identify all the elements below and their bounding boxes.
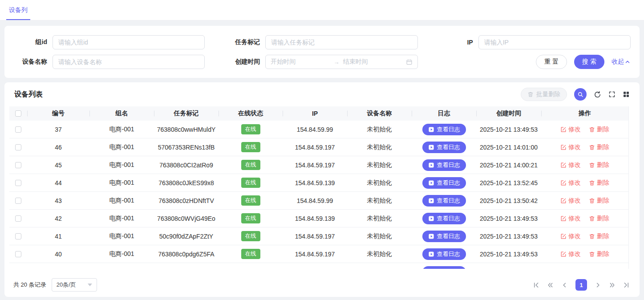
tab-device-list[interactable]: 设备列 xyxy=(6,0,30,20)
row-checkbox[interactable] xyxy=(15,144,21,150)
view-log-button[interactable]: 查看日志 xyxy=(422,195,466,207)
edit-link[interactable]: 修改 xyxy=(560,143,581,151)
row-checkbox[interactable] xyxy=(15,215,21,222)
delete-link[interactable]: 删除 xyxy=(589,232,609,240)
view-log-button[interactable]: 查看日志 xyxy=(422,248,466,260)
cell-group: 电商-001 xyxy=(89,174,154,191)
group-id-field: 组id xyxy=(13,35,205,49)
cell-device-name: 未初始化 xyxy=(347,138,412,156)
page-size-select[interactable]: 20条/页 xyxy=(52,278,97,292)
trash-icon xyxy=(589,180,595,186)
next-page-button[interactable] xyxy=(595,282,601,288)
edit-link[interactable]: 修改 xyxy=(560,126,581,134)
trash-icon xyxy=(589,251,595,257)
jump-forward-button[interactable] xyxy=(609,282,616,288)
chevron-left-icon xyxy=(561,282,568,288)
batch-delete-label: 批量删除 xyxy=(536,90,560,98)
edit-label: 修改 xyxy=(568,215,581,223)
view-log-button[interactable]: 查看日志 xyxy=(422,213,466,224)
delete-link[interactable]: 删除 xyxy=(589,143,609,151)
cell-ip: 154.84.59.197 xyxy=(283,138,347,156)
view-log-label: 查看日志 xyxy=(437,161,460,169)
edit-link[interactable]: 修改 xyxy=(560,250,581,258)
device-name-field: 设备名称 xyxy=(13,55,205,69)
edit-icon xyxy=(560,162,567,168)
date-range-picker[interactable]: 开始时间 → 结束时间 xyxy=(265,55,417,69)
edit-link[interactable]: 修改 xyxy=(560,197,581,205)
row-checkbox[interactable] xyxy=(15,233,21,239)
trash-icon xyxy=(589,198,595,204)
last-page-button[interactable] xyxy=(623,282,630,288)
cell-task-tag: 763808c0CI2atRo9 xyxy=(154,156,219,174)
row-checkbox[interactable] xyxy=(15,180,21,186)
search-toggle-button[interactable] xyxy=(574,88,587,101)
create-time-label: 创建时间 xyxy=(226,58,265,66)
online-status-badge: 在线 xyxy=(241,178,260,188)
group-id-input[interactable] xyxy=(53,35,205,49)
cell-device-name: 未初始化 xyxy=(347,174,412,191)
online-status-badge: 在线 xyxy=(241,142,260,152)
device-table: 编号 组名 任务标记 在线状态 IP 设备名称 日志 创建时间 操作 37 电商… xyxy=(9,106,629,263)
edit-label: 修改 xyxy=(568,126,581,134)
trash-icon xyxy=(589,162,595,168)
view-log-button[interactable]: 查看日志 xyxy=(422,231,466,242)
select-all-checkbox[interactable] xyxy=(15,110,21,117)
log-icon xyxy=(428,251,434,257)
collapse-link[interactable]: 收起 xyxy=(612,58,631,66)
edit-link[interactable]: 修改 xyxy=(560,215,581,223)
view-log-button[interactable]: 查看日志 xyxy=(422,177,466,189)
prev-page-button[interactable] xyxy=(561,282,568,288)
delete-link[interactable]: 删除 xyxy=(589,197,609,205)
view-log-label: 查看日志 xyxy=(437,179,460,187)
reset-button[interactable]: 重 置 xyxy=(536,55,567,69)
task-tag-label: 任务标记 xyxy=(226,38,265,46)
delete-link[interactable]: 删除 xyxy=(589,161,609,169)
table-row: 45 电商-001 763808c0CI2atRo9 在线 154.84.59.… xyxy=(9,156,628,174)
delete-link[interactable]: 删除 xyxy=(589,215,609,223)
table-body: 37 电商-001 763808c0wwHMuldY 在线 154.84.59.… xyxy=(9,121,628,263)
delete-link[interactable]: 删除 xyxy=(589,126,609,134)
online-status-badge: 在线 xyxy=(241,124,260,134)
table-row: 40 电商-001 763808c0pdg6Z5FA 在线 154.84.59.… xyxy=(9,245,628,263)
batch-delete-button[interactable]: 批量删除 xyxy=(521,88,567,101)
view-log-button[interactable]: 查看日志 xyxy=(422,159,466,171)
view-log-button[interactable]: 查看日志 xyxy=(422,266,466,269)
edit-icon xyxy=(560,251,567,257)
edit-link[interactable]: 修改 xyxy=(560,232,581,240)
column-settings-button[interactable] xyxy=(623,91,630,98)
delete-label: 删除 xyxy=(597,143,609,151)
task-tag-field: 任务标记 xyxy=(226,35,417,49)
delete-link[interactable]: 删除 xyxy=(589,250,609,258)
row-checkbox[interactable] xyxy=(15,162,21,168)
view-log-button[interactable]: 查看日志 xyxy=(422,142,466,153)
cell-created: 2025-10-21 13:49:53 xyxy=(476,245,541,263)
cell-group: 电商-001 xyxy=(89,227,154,245)
table-row-partial: 查看日志 xyxy=(9,263,628,269)
device-name-input[interactable] xyxy=(53,55,205,69)
first-page-button[interactable] xyxy=(533,282,539,288)
table-toolbar: 批量删除 xyxy=(521,88,630,101)
column-header-ip: IP xyxy=(283,106,347,121)
row-checkbox[interactable] xyxy=(15,126,21,133)
delete-label: 删除 xyxy=(597,179,609,187)
refresh-button[interactable] xyxy=(594,91,601,98)
cell-ip: 154.84.59.197 xyxy=(283,227,347,245)
edit-link[interactable]: 修改 xyxy=(560,179,581,187)
log-icon xyxy=(428,215,434,222)
delete-link[interactable]: 删除 xyxy=(589,179,609,187)
view-log-button[interactable]: 查看日志 xyxy=(422,124,466,135)
row-checkbox[interactable] xyxy=(15,251,21,257)
ip-input[interactable] xyxy=(478,35,631,49)
search-button[interactable]: 搜 索 xyxy=(574,55,604,69)
task-tag-input[interactable] xyxy=(265,35,417,49)
double-chevron-right-icon xyxy=(609,282,616,288)
start-time-placeholder: 开始时间 xyxy=(271,58,330,66)
table-row: 43 电商-001 763808c0zHDNftTV 在线 154.84.59.… xyxy=(9,192,628,210)
jump-back-button[interactable] xyxy=(547,282,554,288)
row-checkbox[interactable] xyxy=(15,198,21,204)
edit-link[interactable]: 修改 xyxy=(560,161,581,169)
page-number-1[interactable]: 1 xyxy=(575,279,587,291)
fullscreen-button[interactable] xyxy=(608,91,616,98)
chevron-right-icon xyxy=(595,282,601,288)
view-log-label: 查看日志 xyxy=(437,250,460,258)
